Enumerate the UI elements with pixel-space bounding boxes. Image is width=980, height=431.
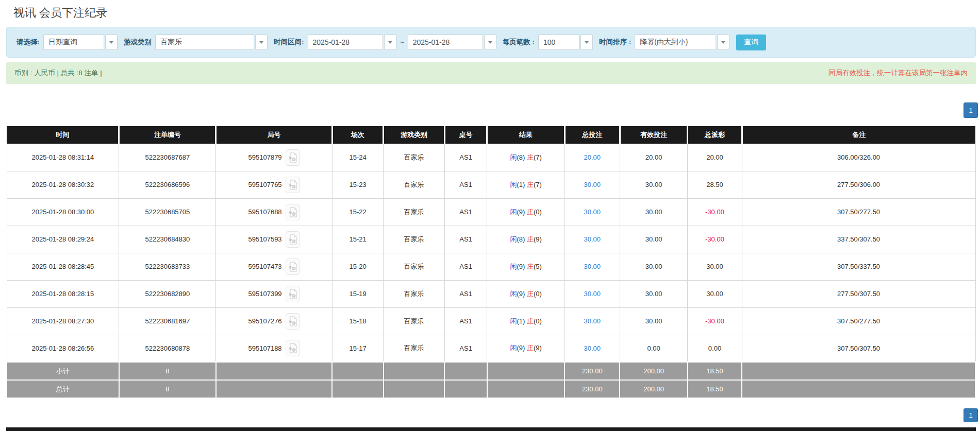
subtotal-total-bet: 230.00: [564, 362, 620, 380]
cell-bet-no: 522230685705: [119, 198, 216, 226]
sort-order-value[interactable]: 降幂(由大到小): [635, 35, 716, 50]
page-size-select[interactable]: 100: [538, 35, 593, 50]
result-banker-label: 庄: [527, 344, 534, 352]
result-banker-label: 庄: [527, 290, 534, 298]
total-label: 总计: [7, 380, 119, 398]
cell-session: 15-23: [332, 171, 384, 198]
sort-order-select[interactable]: 降幂(由大到小): [635, 35, 729, 50]
result-banker-score: (7): [534, 181, 542, 188]
page-number-button[interactable]: 1: [964, 102, 978, 118]
result-player-score: (1): [517, 181, 525, 188]
subtotal-payout: 18.50: [688, 362, 742, 380]
total-total-bet: 230.00: [564, 380, 620, 398]
video-replay-button[interactable]: [286, 149, 300, 166]
video-replay-button[interactable]: [286, 231, 300, 248]
video-replay-button[interactable]: [286, 313, 300, 330]
total-bet-link[interactable]: 30.00: [584, 290, 601, 298]
column-header-bet-no: 注单编号: [119, 126, 216, 144]
round-number: 595107188: [248, 344, 282, 352]
result-banker-score: (0): [534, 208, 542, 216]
video-replay-button[interactable]: [286, 340, 300, 356]
round-number: 595107765: [248, 181, 282, 188]
total-bet-link[interactable]: 30.00: [584, 317, 601, 325]
summary-empty-cell: [216, 380, 332, 398]
summary-empty-cell: [742, 380, 975, 398]
search-button[interactable]: 查询: [736, 35, 766, 50]
table-row: 2025-01-28 08:30:32 522230686596 5951077…: [7, 171, 975, 198]
cell-time: 2025-01-28 08:31:14: [7, 144, 119, 171]
note-text: 同局有效投注，统一计算在该局第一张注单内: [828, 68, 968, 78]
total-bet-link[interactable]: 20.00: [584, 153, 601, 161]
video-replay-button[interactable]: [286, 258, 300, 275]
total-bet-link[interactable]: 30.00: [584, 208, 601, 216]
column-header-game-type: 游戏类别: [384, 126, 444, 144]
cell-payout: -30.00: [688, 226, 742, 253]
cell-payout: -30.00: [688, 198, 742, 226]
game-type-select[interactable]: 百家乐: [155, 35, 268, 50]
cell-total-bet: 30.00: [564, 307, 620, 335]
table-row: 2025-01-28 08:28:45 522230683733 5951074…: [7, 253, 975, 280]
cell-time: 2025-01-28 08:30:00: [7, 198, 119, 226]
video-replay-button[interactable]: [286, 286, 300, 302]
result-player-label: 闲: [510, 208, 517, 216]
query-type-select[interactable]: 日期查询: [43, 35, 118, 50]
cell-remark: 307.50/277.50: [742, 307, 975, 335]
cell-bet-no: 522230686596: [119, 171, 216, 198]
summary-section: 小计 8 230.00 200.00 18.50 总计 8 2: [7, 362, 975, 398]
video-replay-button[interactable]: [286, 177, 300, 193]
result-player-score: (1): [517, 317, 525, 325]
date-to-select[interactable]: 2025-01-28: [408, 35, 496, 50]
cell-table-no: AS1: [444, 335, 487, 362]
table-row: 2025-01-28 08:29:24 522230684830 5951075…: [7, 226, 975, 253]
page-title: 视讯 会员下注纪录: [13, 6, 976, 20]
column-header-time: 时间: [7, 126, 119, 144]
result-player-score: (9): [517, 344, 525, 352]
result-player-score: (9): [517, 208, 525, 216]
cell-game-type: 百家乐: [384, 307, 444, 335]
chevron-down-icon[interactable]: [484, 35, 496, 50]
chevron-down-icon[interactable]: [580, 35, 593, 50]
cell-table-no: AS1: [444, 280, 487, 307]
summary-empty-cell: [384, 362, 444, 380]
pagination-bottom: 1: [6, 408, 978, 422]
cell-total-bet: 30.00: [564, 226, 620, 253]
total-bet-link[interactable]: 30.00: [584, 263, 601, 270]
cell-round-no: 595107765: [216, 171, 332, 198]
cell-total-bet: 30.00: [564, 280, 620, 307]
total-bet-link[interactable]: 30.00: [584, 235, 601, 243]
cell-round-no: 595107593: [216, 226, 332, 253]
date-from-select[interactable]: 2025-01-28: [308, 35, 396, 50]
subtotal-row: 小计 8 230.00 200.00 18.50: [7, 362, 975, 380]
cell-game-type: 百家乐: [384, 171, 444, 198]
cell-total-bet: 30.00: [564, 335, 620, 362]
cell-payout: 28.50: [688, 171, 742, 198]
cell-session: 15-24: [332, 144, 384, 171]
chevron-down-icon[interactable]: [384, 35, 396, 50]
query-type-label: 请选择:: [16, 38, 40, 47]
game-type-value[interactable]: 百家乐: [155, 35, 254, 50]
cell-bet-no: 522230684830: [119, 226, 216, 253]
total-bet-link[interactable]: 30.00: [584, 344, 601, 352]
cell-result: 闲(9) 庄(0): [487, 198, 564, 226]
cell-total-bet: 20.00: [564, 144, 620, 171]
cell-session: 15-20: [332, 253, 384, 280]
chevron-down-icon[interactable]: [717, 35, 729, 50]
date-from-value[interactable]: 2025-01-28: [308, 35, 383, 50]
pagination-top: 1: [6, 102, 978, 118]
result-player-score: (9): [517, 290, 525, 298]
total-valid-bet: 200.00: [620, 380, 688, 398]
cell-valid-bet: 30.00: [620, 280, 688, 307]
cell-payout: -30.00: [688, 307, 742, 335]
page-number-button[interactable]: 1: [964, 408, 978, 422]
date-to-value[interactable]: 2025-01-28: [408, 35, 483, 50]
page: 视讯 会员下注纪录 请选择: 日期查询 游戏类别 百家乐 时间区间: 2025-…: [0, 0, 980, 431]
cell-game-type: 百家乐: [384, 335, 444, 362]
cell-valid-bet: 0.00: [620, 335, 688, 362]
video-replay-button[interactable]: [286, 204, 300, 220]
page-size-value[interactable]: 100: [538, 35, 579, 50]
chevron-down-icon[interactable]: [255, 35, 268, 50]
query-type-value[interactable]: 日期查询: [43, 35, 104, 50]
round-number: 595107399: [248, 290, 282, 298]
total-bet-link[interactable]: 30.00: [584, 181, 601, 188]
chevron-down-icon[interactable]: [105, 35, 118, 50]
